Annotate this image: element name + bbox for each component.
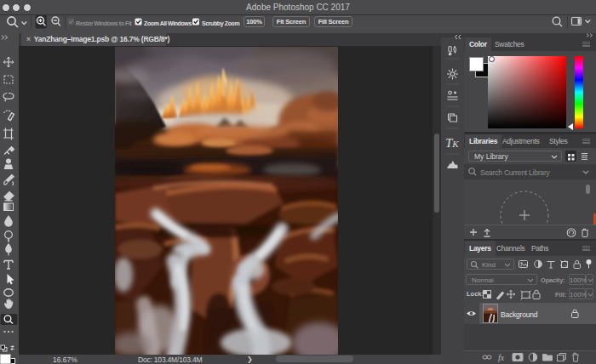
svg-text:TK: TK — [445, 136, 459, 150]
svg-text:fx: fx — [498, 353, 505, 362]
